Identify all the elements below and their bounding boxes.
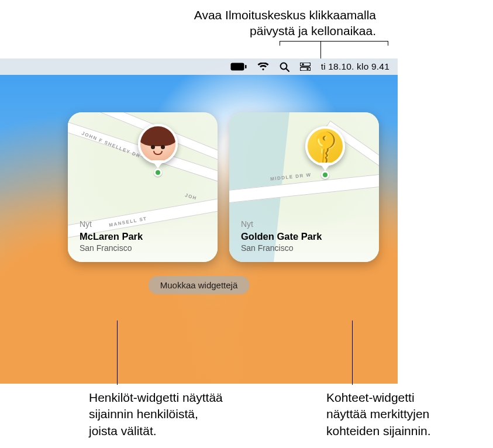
place-name: McLaren Park bbox=[80, 231, 143, 242]
callout-bracket bbox=[280, 41, 388, 42]
city-name: San Francisco bbox=[80, 243, 143, 253]
findmy-people-widget[interactable]: JOHN F SHELLEY DR JOH MANSELL ST Nyt McL… bbox=[68, 112, 218, 262]
street-label: JOH bbox=[184, 192, 198, 201]
memoji-avatar-icon bbox=[140, 126, 175, 161]
svg-line-3 bbox=[286, 68, 289, 71]
callout-leader-line bbox=[352, 321, 353, 385]
callout-datetime: Avaa Ilmoituskeskus klikkaamalla päivyst… bbox=[194, 7, 376, 39]
person-pin bbox=[138, 124, 178, 164]
widget-info: Nyt Golden Gate Park San Francisco bbox=[241, 219, 322, 253]
city-name: San Francisco bbox=[241, 243, 322, 253]
callout-datetime-line2: päivystä ja kellonaikaa. bbox=[194, 23, 376, 39]
svg-point-7 bbox=[306, 68, 309, 70]
widgets-row: JOHN F SHELLEY DR JOH MANSELL ST Nyt McL… bbox=[68, 112, 379, 262]
edit-widgets-button[interactable]: Muokkaa widgettejä bbox=[149, 276, 250, 294]
widget-info: Nyt McLaren Park San Francisco bbox=[80, 219, 143, 253]
menubar-datetime[interactable]: ti 18.10. klo 9.41 bbox=[321, 61, 389, 72]
callout-items-widget: Kohteet-widgetti näyttää merkittyjen koh… bbox=[326, 390, 478, 439]
battery-icon[interactable] bbox=[230, 63, 247, 71]
desktop: ti 18.10. klo 9.41 JOHN F SHELLEY DR JOH… bbox=[0, 58, 398, 384]
findmy-items-widget[interactable]: MIDDLE DR W 🔑 Nyt Golden Gate Park San F… bbox=[229, 112, 379, 262]
item-pin: 🔑 bbox=[305, 126, 345, 166]
svg-rect-0 bbox=[230, 63, 244, 71]
callout-leader-line bbox=[117, 321, 118, 385]
svg-rect-6 bbox=[300, 67, 311, 71]
callout-bracket-tick bbox=[280, 41, 280, 46]
svg-rect-4 bbox=[300, 63, 311, 66]
svg-point-5 bbox=[302, 63, 304, 66]
wifi-icon[interactable] bbox=[257, 63, 269, 71]
menubar: ti 18.10. klo 9.41 bbox=[0, 58, 398, 75]
spotlight-icon[interactable] bbox=[280, 62, 289, 72]
timestamp-label: Nyt bbox=[80, 219, 143, 229]
callout-bracket-tick bbox=[388, 41, 388, 46]
callout-people-widget: Henkilöt-widgetti näyttää sijainnin henk… bbox=[89, 390, 241, 439]
svg-rect-1 bbox=[245, 65, 247, 68]
callout-datetime-line1: Avaa Ilmoituskeskus klikkaamalla bbox=[194, 7, 376, 23]
callout-leader-line bbox=[320, 41, 321, 58]
place-name: Golden Gate Park bbox=[241, 231, 322, 242]
control-center-icon[interactable] bbox=[300, 63, 311, 71]
timestamp-label: Nyt bbox=[241, 219, 322, 229]
